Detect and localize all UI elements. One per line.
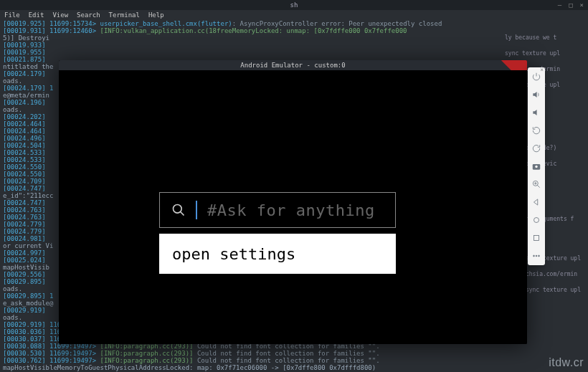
svg-point-10 xyxy=(534,255,535,257)
svg-line-5 xyxy=(537,185,540,188)
svg-point-3 xyxy=(535,166,538,168)
menu-search[interactable]: Search xyxy=(77,10,100,20)
back-icon[interactable] xyxy=(531,197,541,207)
volume-up-icon[interactable] xyxy=(531,90,541,100)
svg-point-11 xyxy=(536,255,537,257)
search-icon xyxy=(171,203,186,217)
camera-icon[interactable] xyxy=(531,161,541,171)
menu-bar: File Edit View Search Terminal Help xyxy=(0,10,588,20)
svg-point-8 xyxy=(534,218,539,223)
more-icon[interactable] xyxy=(531,251,541,261)
watermark: itdw.cr xyxy=(549,356,584,369)
emulator-screen[interactable]: #Ask for anything open settings xyxy=(59,70,527,344)
menu-edit[interactable]: Edit xyxy=(29,10,44,20)
home-icon[interactable] xyxy=(531,215,541,225)
emulator-title: Android Emulator - custom:0 xyxy=(59,60,527,70)
zoom-icon[interactable] xyxy=(531,179,541,189)
search-placeholder: #Ask for anything xyxy=(207,201,375,219)
rotate-left-icon[interactable] xyxy=(531,125,541,135)
menu-file[interactable]: File xyxy=(4,10,20,20)
power-icon[interactable] xyxy=(531,72,541,82)
window-title: sh xyxy=(290,1,298,9)
svg-point-12 xyxy=(539,255,540,257)
terminal-fragment-line xyxy=(505,26,585,34)
text-cursor xyxy=(196,201,197,219)
terminal-line: 5)] Destroyi xyxy=(3,34,585,42)
emulator-window: Android Emulator - custom:0 #Ask for any… xyxy=(59,60,527,344)
terminal-fragment-line: ly because we t xyxy=(505,34,585,42)
ask-box[interactable]: #Ask for anything xyxy=(159,192,396,228)
minimize-button[interactable]: — xyxy=(558,0,561,10)
menu-terminal[interactable]: Terminal xyxy=(109,10,140,20)
menu-view[interactable]: View xyxy=(52,10,68,20)
overview-icon[interactable] xyxy=(531,233,541,243)
emulator-toolbar: × xyxy=(528,67,545,265)
rotate-right-icon[interactable] xyxy=(531,143,541,153)
terminal-line: [00019.955] xyxy=(3,49,585,56)
svg-rect-9 xyxy=(534,236,539,241)
terminal-fragment-line: sync texture upl xyxy=(505,49,585,57)
volume-down-icon[interactable] xyxy=(531,108,541,118)
terminal-line: [00019.933] xyxy=(3,42,585,49)
svg-point-0 xyxy=(174,205,182,214)
window-controls: — □ × xyxy=(558,0,584,10)
maximize-button[interactable]: □ xyxy=(569,0,572,10)
terminal-line: [00019.931] 11699:12460> [INFO:vulkan_ap… xyxy=(3,27,585,34)
suggestion-open-settings[interactable]: open settings xyxy=(159,234,396,274)
svg-line-1 xyxy=(181,212,184,216)
window-title-bar: sh — □ × xyxy=(0,0,588,10)
close-button[interactable]: × xyxy=(580,0,584,10)
terminal-line: [00030.530] 11699:19497> [INFO:paragraph… xyxy=(3,350,585,357)
terminal-line: [00030.762] 11699:19497> [INFO:paragraph… xyxy=(3,357,585,364)
terminal-line: [00019.925] 11699:15734> userpicker_base… xyxy=(3,20,585,27)
menu-help[interactable]: Help xyxy=(148,10,164,20)
terminal-fragment-line xyxy=(505,42,585,49)
suggestion-label: open settings xyxy=(172,245,295,263)
terminal-line: mapHostVisibleMemoryToGuestPhysicalAddre… xyxy=(3,364,585,371)
toolbar-close-icon[interactable]: × xyxy=(540,67,544,73)
